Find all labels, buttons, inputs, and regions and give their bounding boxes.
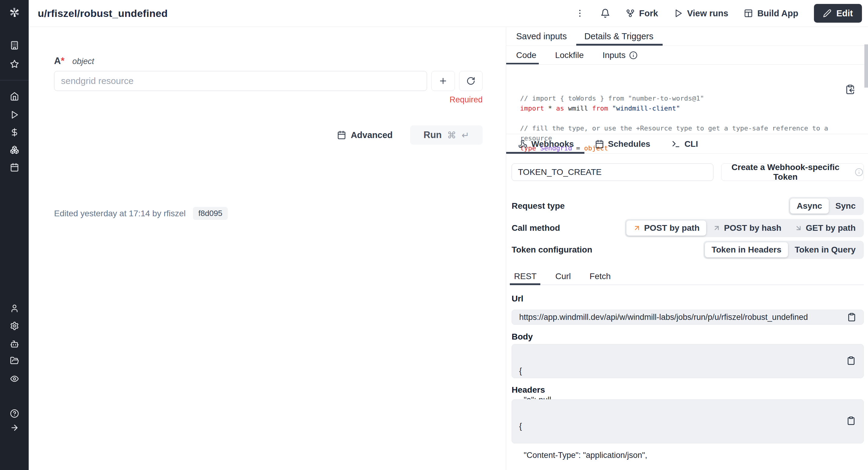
body-label: Body xyxy=(512,332,533,342)
token-input[interactable] xyxy=(512,163,713,181)
help-icon[interactable] xyxy=(10,409,19,418)
play-outline-icon xyxy=(674,9,683,18)
building-icon[interactable] xyxy=(10,41,19,50)
field-name: A xyxy=(54,56,61,66)
token-configuration-row: Token configuration Token in Headers Tok… xyxy=(512,241,864,258)
fork-button[interactable]: Fork xyxy=(626,8,658,19)
gear-icon[interactable] xyxy=(10,321,19,331)
page-title: u/rfiszel/robust_undefined xyxy=(38,7,167,19)
code-tabs: Code Lockfile Inputs xyxy=(506,46,868,65)
option-token-in-query[interactable]: Token in Query xyxy=(788,242,862,257)
terminal-icon xyxy=(672,139,680,149)
add-resource-button[interactable] xyxy=(431,71,455,91)
resource-input[interactable] xyxy=(54,71,427,91)
header: u/rfiszel/robust_undefined Fork View run… xyxy=(29,0,868,27)
user-icon[interactable] xyxy=(10,304,19,313)
tab-rest[interactable]: REST xyxy=(512,268,539,285)
kebab-menu-icon[interactable] xyxy=(575,8,585,18)
request-type-label: Request type xyxy=(512,201,565,211)
clipboard-copy-icon xyxy=(845,84,855,95)
build-app-button[interactable]: Build App xyxy=(744,8,798,19)
enter-key-icon: ↵ xyxy=(462,130,469,140)
token-row: Create a Webhook-specific Token xyxy=(512,163,864,181)
option-async[interactable]: Async xyxy=(790,198,829,214)
panel-scrollbar[interactable] xyxy=(864,44,868,88)
layout-icon xyxy=(744,9,753,18)
cmd-key-icon: ⌘ xyxy=(447,130,456,140)
option-post-by-hash[interactable]: POST by hash xyxy=(706,220,788,236)
arrow-up-right-icon xyxy=(633,224,641,232)
details-panel: Saved inputs Details & Triggers Code Loc… xyxy=(506,27,868,470)
snippet-tabs: REST Curl Fetch xyxy=(512,268,864,285)
calendar-icon xyxy=(595,139,604,149)
webhook-icon xyxy=(518,139,527,149)
tab-cli[interactable]: CLI xyxy=(661,134,709,153)
edit-button[interactable]: Edit xyxy=(814,4,862,23)
url-value: https://app.windmill.dev/api/w/windmill-… xyxy=(519,313,847,322)
view-runs-button[interactable]: View runs xyxy=(674,8,728,19)
dollar-icon[interactable] xyxy=(10,128,19,137)
body-box: { "a": null } xyxy=(512,344,864,378)
required-note: Required xyxy=(54,95,483,104)
panel-tabs: Saved inputs Details & Triggers xyxy=(506,27,868,46)
windmill-app: u/rfiszel/robust_undefined Fork View run… xyxy=(0,0,868,470)
option-token-in-headers[interactable]: Token in Headers xyxy=(705,242,788,257)
headers-label: Headers xyxy=(512,385,545,395)
option-post-by-path[interactable]: POST by path xyxy=(626,220,706,236)
tab-webhooks[interactable]: Webhooks xyxy=(506,134,584,153)
code-viewer: // import { toWords } from "number-to-wo… xyxy=(506,65,868,134)
copy-code-button[interactable] xyxy=(845,75,855,86)
edited-row: Edited yesterday at 17:14 by rfiszel f8d… xyxy=(54,207,228,220)
arrow-down-right-icon xyxy=(795,224,803,232)
headers-box: { "Content-Type": "application/json", "A… xyxy=(512,399,864,443)
header-actions: Fork View runs Build App Edit xyxy=(575,4,862,23)
info-icon xyxy=(855,168,864,177)
star-icon[interactable] xyxy=(10,60,19,69)
home-icon[interactable] xyxy=(10,92,19,101)
edited-text: Edited yesterday at 17:14 by rfiszel xyxy=(54,209,186,218)
call-method-row: Call method POST by path POST by hash GE… xyxy=(512,219,864,237)
pencil-icon xyxy=(823,9,832,18)
run-row: Advanced Run ⌘↵ xyxy=(54,125,483,145)
copy-headers-button[interactable] xyxy=(846,407,856,417)
option-sync[interactable]: Sync xyxy=(829,198,862,214)
trigger-tabs: Webhooks Schedules CLI xyxy=(506,134,868,154)
option-get-by-path[interactable]: GET by path xyxy=(788,220,862,236)
tab-fetch[interactable]: Fetch xyxy=(587,268,613,285)
copy-body-button[interactable] xyxy=(846,346,856,357)
call-method-label: Call method xyxy=(512,223,560,233)
copy-url-button[interactable] xyxy=(847,312,856,322)
calendar-icon[interactable] xyxy=(10,163,19,172)
tab-schedules[interactable]: Schedules xyxy=(584,134,661,153)
version-hash-badge: f8d095 xyxy=(193,207,228,220)
arrow-right-icon[interactable] xyxy=(10,423,19,432)
tab-details-triggers[interactable]: Details & Triggers xyxy=(584,27,654,45)
clipboard-icon xyxy=(846,416,856,426)
body-line: { xyxy=(519,366,835,376)
eye-icon[interactable] xyxy=(10,374,19,383)
token-configuration-label: Token configuration xyxy=(512,245,592,255)
refresh-icon xyxy=(466,76,475,86)
field-input-row xyxy=(54,71,483,91)
robot-icon[interactable] xyxy=(10,340,19,349)
windmill-logo[interactable] xyxy=(7,5,22,19)
refresh-button[interactable] xyxy=(459,71,483,91)
tab-lockfile[interactable]: Lockfile xyxy=(555,46,584,64)
required-asterisk: * xyxy=(61,56,64,66)
runs-play-icon[interactable] xyxy=(10,110,19,119)
boxes-icon[interactable] xyxy=(10,145,19,154)
call-method-toggle: POST by path POST by hash GET by path xyxy=(625,219,864,237)
plus-icon xyxy=(438,76,447,86)
folder-open-icon[interactable] xyxy=(10,356,19,365)
tab-saved-inputs[interactable]: Saved inputs xyxy=(516,27,567,45)
info-icon xyxy=(629,51,638,60)
field-type: object xyxy=(72,57,94,66)
bell-icon[interactable] xyxy=(600,8,610,18)
run-button[interactable]: Run ⌘↵ xyxy=(410,125,483,145)
tab-code[interactable]: Code xyxy=(516,46,536,64)
url-label: Url xyxy=(512,294,523,304)
create-webhook-token-button[interactable]: Create a Webhook-specific Token xyxy=(721,163,864,181)
tab-inputs[interactable]: Inputs xyxy=(602,46,638,64)
advanced-button[interactable]: Advanced xyxy=(337,130,393,140)
tab-curl[interactable]: Curl xyxy=(553,268,573,285)
